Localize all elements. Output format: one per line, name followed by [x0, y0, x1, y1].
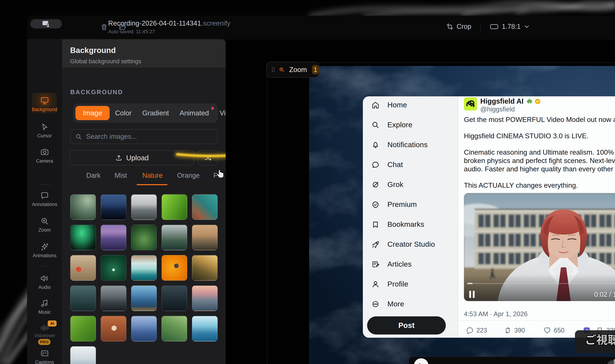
thumb-dusk-mountains[interactable]: [101, 194, 126, 220]
x-menu-bookmarks[interactable]: Bookmarks: [372, 220, 424, 229]
x-menu-premium[interactable]: Premium: [372, 200, 417, 209]
sidebar-divider: [38, 184, 51, 185]
x-menu-more[interactable]: More: [372, 300, 404, 308]
audio-speaker-icon: [40, 273, 50, 283]
ai-badge: AI: [48, 320, 56, 326]
sidebar-item-camera[interactable]: Camera: [27, 147, 62, 164]
autosave-status: Auto saved: 11:45:27: [108, 29, 231, 35]
category-nature[interactable]: Nature: [142, 172, 163, 179]
delete-recording-icon[interactable]: [101, 24, 108, 31]
more-circle-icon: [372, 300, 379, 308]
x-menu-grok[interactable]: Grok: [372, 180, 403, 189]
x-menu-creator-studio[interactable]: Creator Studio: [372, 240, 435, 248]
category-mist[interactable]: Mist: [115, 172, 127, 179]
shuffle-button[interactable]: [198, 150, 218, 165]
thumb-misty-mountains[interactable]: [131, 194, 157, 220]
explore-search-icon: [372, 121, 379, 129]
crop-button[interactable]: Crop: [446, 23, 471, 30]
thumb-bee-flower[interactable]: [162, 255, 187, 281]
x-menu-home[interactable]: Home: [372, 101, 407, 109]
thumb-leaf-veins[interactable]: [70, 316, 96, 341]
image-search-input[interactable]: Search images...: [70, 129, 218, 144]
thumb-valley-sunset[interactable]: [192, 286, 218, 311]
background-image-grid: [70, 194, 218, 364]
sidebar-item-voiceover[interactable]: Voiceover: [27, 324, 62, 338]
thumb-aerial-coast[interactable]: [192, 194, 218, 220]
thumb-dark-peak[interactable]: [162, 286, 187, 311]
thumb-leaf-drop[interactable]: [101, 255, 126, 281]
sidebar-item-cursor[interactable]: Cursor: [27, 122, 62, 139]
sidebar-item-animations[interactable]: Animations: [27, 242, 62, 259]
thumb-snowy-peaks[interactable]: [101, 286, 126, 311]
tweet-video-player[interactable]: 0:02 / 1:00: [464, 193, 615, 301]
thumb-poppy-grass[interactable]: [70, 255, 96, 281]
pause-icon[interactable]: [469, 290, 475, 298]
drag-handle-icon[interactable]: [272, 66, 275, 73]
tab-animated[interactable]: Animated: [174, 105, 214, 120]
background-panel: Background Global background settings BA…: [62, 39, 226, 364]
annotations-icon: [40, 191, 50, 200]
sidebar-item-background[interactable]: Background: [27, 96, 62, 112]
thumb-foggy-forest[interactable]: [70, 286, 96, 311]
timeline-playbar[interactable]: [409, 357, 615, 364]
x-menu-profile[interactable]: Profile: [372, 280, 408, 288]
higgsfield-avatar[interactable]: [464, 97, 477, 111]
upload-button[interactable]: Upload: [70, 150, 194, 165]
category-dark[interactable]: Dark: [86, 172, 101, 179]
sidebar-item-zoom[interactable]: Zoom: [27, 216, 62, 233]
grok-icon: [372, 181, 379, 188]
category-orange[interactable]: Orange: [177, 172, 200, 179]
thumb-blue-lake[interactable]: [131, 286, 157, 311]
repost-stat[interactable]: 390: [504, 327, 525, 334]
sidebar-item-audio[interactable]: Audio: [27, 273, 62, 290]
higgsfield-logo-scribble: [464, 97, 477, 111]
thumb-dew-leaf[interactable]: [70, 194, 96, 220]
author-name[interactable]: Higgsfield AI: [480, 97, 523, 105]
category-tabs: Dark Mist Nature Orange Pastel: [62, 172, 221, 184]
gold-verified-badge: [534, 98, 541, 104]
sidebar-item-music[interactable]: Music: [27, 299, 62, 315]
zoom-effect-chip[interactable]: Zoom 1: [266, 62, 319, 78]
thumb-desert-arch[interactable]: [101, 316, 126, 341]
chat-bubble-icon: [372, 161, 379, 169]
caption-overlay[interactable]: [575, 330, 615, 353]
puzzle-emoji: [526, 98, 533, 104]
panel-subtitle: Global background settings: [70, 58, 141, 65]
x-menu-articles[interactable]: Articles: [372, 260, 412, 268]
tab-image[interactable]: Image: [75, 106, 109, 120]
tab-color[interactable]: Color: [109, 105, 137, 120]
tab-video[interactable]: Video: [214, 105, 226, 120]
like-stat[interactable]: 650: [544, 327, 564, 334]
sidebar-item-captions[interactable]: Captions: [27, 349, 62, 364]
thumb-lush-forest[interactable]: [131, 225, 157, 250]
document-title[interactable]: Recording-2026-04-01-114341.screenify: [108, 20, 231, 27]
author-handle[interactable]: @higgsfield: [480, 105, 515, 113]
thumb-poppy-dusk[interactable]: [192, 225, 218, 250]
chevron-down-icon: [524, 25, 529, 28]
background-monitor-icon: [40, 96, 50, 105]
reply-stat[interactable]: 223: [466, 327, 487, 334]
aspect-ratio-dropdown[interactable]: 1.78:1: [490, 23, 529, 30]
upload-icon: [115, 155, 122, 161]
video-canvas[interactable]: Home Explore: [309, 66, 615, 364]
x-menu-notifications[interactable]: Notifications: [372, 141, 428, 149]
x-menu-explore[interactable]: Explore: [372, 121, 412, 129]
yellow-swoosh-annotation: [97, 63, 226, 187]
thumb-cloud-mountains[interactable]: [70, 346, 96, 364]
thumb-golden-forest[interactable]: [192, 255, 218, 281]
thumb-glacier[interactable]: [131, 255, 157, 281]
thumb-purple-lake[interactable]: [101, 225, 126, 250]
sidebar-item-annotations[interactable]: Annotations: [27, 191, 62, 207]
post-button[interactable]: Post: [367, 316, 446, 335]
thumb-green-hills[interactable]: [162, 316, 187, 341]
tab-gradient[interactable]: Gradient: [137, 105, 174, 120]
thumb-blue-ridges[interactable]: [131, 316, 157, 341]
x-app-screenshot: Home Explore: [363, 96, 615, 338]
recording-mode-button[interactable]: [30, 19, 62, 28]
thumb-iceberg[interactable]: [192, 316, 218, 341]
thumb-misty-valley[interactable]: [162, 225, 187, 250]
thumb-green-leaf[interactable]: [162, 194, 187, 220]
thumb-aurora[interactable]: [70, 225, 96, 250]
x-menu-chat[interactable]: Chat: [372, 160, 403, 169]
app-window: Recording-2026-04-01-114341.screenify Au…: [27, 16, 615, 364]
